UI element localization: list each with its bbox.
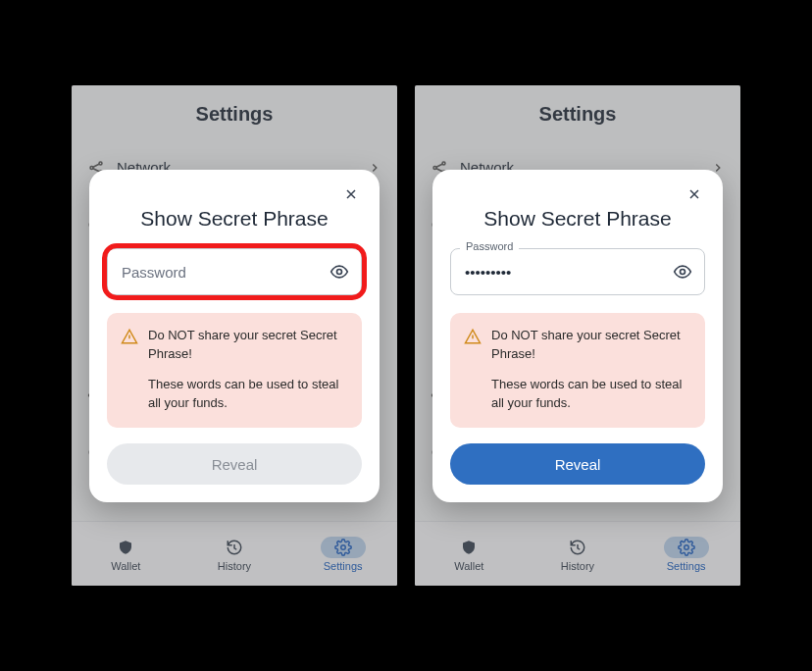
svg-point-7 bbox=[337, 270, 342, 275]
toggle-password-visibility[interactable] bbox=[670, 259, 695, 284]
warning-box: Do NOT share your secret Secret Phrase! … bbox=[450, 313, 705, 428]
page-title: Settings bbox=[415, 85, 740, 139]
modal-title: Show Secret Phrase bbox=[107, 207, 362, 231]
svg-point-8 bbox=[433, 166, 436, 169]
warning-text: Do NOT share your secret Secret Phrase! … bbox=[491, 327, 691, 412]
close-button[interactable] bbox=[684, 183, 705, 205]
nav-wallet[interactable]: Wallet bbox=[436, 533, 501, 576]
toggle-password-visibility[interactable] bbox=[327, 259, 352, 284]
warning-icon bbox=[121, 328, 138, 412]
warning-box: Do NOT share your secret Secret Phrase! … bbox=[107, 313, 362, 428]
history-icon bbox=[212, 537, 257, 558]
close-icon bbox=[343, 186, 359, 202]
warning-line-1: Do NOT share your secret Secret Phrase! bbox=[491, 327, 691, 364]
password-field-wrap: Password bbox=[450, 248, 705, 295]
nav-label: Settings bbox=[324, 560, 363, 572]
secret-phrase-modal: Show Secret Phrase Password Do NOT share… bbox=[89, 170, 380, 502]
close-icon bbox=[686, 186, 702, 202]
reveal-button[interactable]: Reveal bbox=[450, 443, 705, 485]
nav-label: Settings bbox=[667, 560, 706, 572]
svg-point-0 bbox=[90, 166, 93, 169]
page-title: Settings bbox=[72, 85, 397, 139]
password-field-wrap: Password bbox=[107, 248, 362, 295]
warning-line-2: These words can be used to steal all you… bbox=[491, 376, 691, 413]
secret-phrase-modal: Show Secret Phrase Password Do NOT share… bbox=[432, 170, 723, 502]
password-input[interactable] bbox=[450, 248, 705, 295]
nav-history[interactable]: History bbox=[545, 533, 610, 576]
nav-label: History bbox=[218, 560, 251, 572]
reveal-button[interactable]: Reveal bbox=[107, 443, 362, 485]
warning-line-2: These words can be used to steal all you… bbox=[148, 376, 348, 413]
svg-point-15 bbox=[681, 270, 685, 275]
password-input[interactable] bbox=[107, 248, 362, 295]
password-float-label: Password bbox=[460, 240, 519, 252]
shield-solid-icon bbox=[103, 537, 148, 558]
eye-icon bbox=[673, 262, 692, 282]
modal-title: Show Secret Phrase bbox=[450, 207, 705, 231]
svg-point-6 bbox=[340, 544, 345, 549]
svg-point-9 bbox=[442, 162, 445, 165]
nav-label: Wallet bbox=[111, 560, 140, 572]
svg-point-1 bbox=[99, 162, 102, 165]
phone-screenshot-right: Settings Network bbox=[415, 85, 740, 586]
nav-settings[interactable]: Settings bbox=[654, 533, 719, 576]
bottom-nav: Wallet History Settings bbox=[72, 521, 397, 586]
gear-icon bbox=[321, 537, 366, 558]
nav-history[interactable]: History bbox=[202, 533, 267, 576]
bottom-nav: Wallet History Settings bbox=[415, 521, 740, 586]
gear-icon bbox=[664, 537, 709, 558]
close-button[interactable] bbox=[340, 183, 362, 205]
nav-settings[interactable]: Settings bbox=[311, 533, 376, 576]
shield-solid-icon bbox=[446, 537, 491, 558]
phone-screenshot-left: Settings Network bbox=[72, 85, 397, 586]
nav-wallet[interactable]: Wallet bbox=[93, 533, 158, 576]
nav-label: History bbox=[561, 560, 594, 572]
warning-text: Do NOT share your secret Secret Phrase! … bbox=[148, 327, 348, 412]
eye-icon bbox=[330, 262, 349, 282]
warning-line-1: Do NOT share your secret Secret Phrase! bbox=[148, 327, 348, 364]
warning-icon bbox=[464, 328, 482, 412]
history-icon bbox=[555, 537, 600, 558]
nav-label: Wallet bbox=[454, 560, 483, 572]
svg-point-14 bbox=[684, 544, 688, 549]
